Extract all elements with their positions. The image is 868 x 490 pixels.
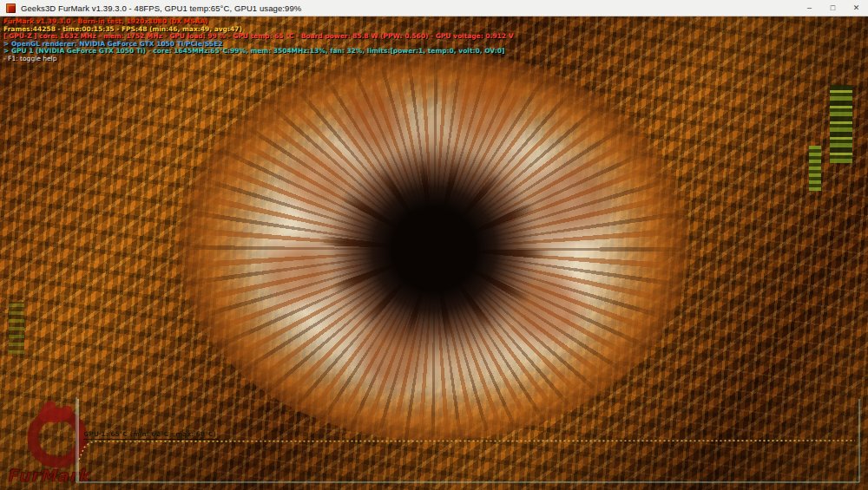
- furmark-window: Geeks3D FurMark v1.39.3.0 - 48FPS, GPU1 …: [0, 0, 868, 490]
- gpu-temp-label: GPU 1: 65°C (min: 62°C - max: 68°C): [83, 430, 216, 440]
- maximize-button[interactable]: □: [821, 0, 845, 16]
- window-title: Geeks3D FurMark v1.39.3.0 - 48FPS, GPU1 …: [21, 3, 301, 13]
- gpu-temp-graph: [0, 16, 868, 490]
- caption-buttons: – □ ✕: [798, 0, 868, 16]
- gpu-temp-line: [79, 441, 855, 460]
- minimize-button[interactable]: –: [798, 0, 821, 16]
- app-icon: [6, 3, 16, 13]
- title-bar[interactable]: Geeks3D FurMark v1.39.3.0 - 48FPS, GPU1 …: [0, 0, 868, 16]
- close-button[interactable]: ✕: [845, 0, 868, 16]
- render-viewport: FurMark v1.39.3.0 - Burn-in test, 1920x1…: [0, 16, 868, 490]
- osd-stats: FurMark v1.39.3.0 - Burn-in test, 1920x1…: [3, 18, 513, 63]
- osd-line-help: - F1: toggle help: [3, 56, 513, 63]
- graph-border: [76, 397, 859, 482]
- osd-line-gpu1: > GPU 1 (NVIDIA GeForce GTX 1050 Ti) - c…: [3, 48, 513, 56]
